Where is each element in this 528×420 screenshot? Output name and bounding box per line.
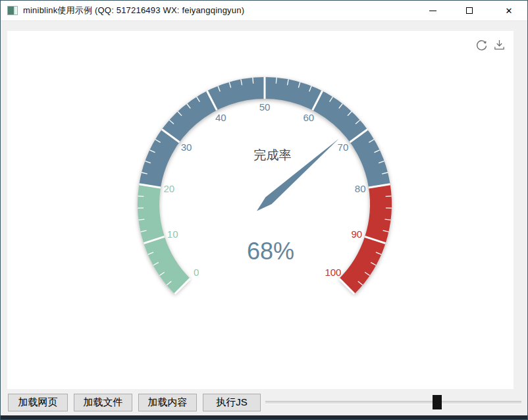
minimize-icon bbox=[429, 11, 436, 11]
gauge-needle bbox=[253, 136, 342, 215]
save-as-image-icon[interactable] bbox=[493, 39, 506, 51]
app-icon bbox=[7, 6, 18, 15]
window-bottom-edge bbox=[1, 415, 527, 419]
gauge-tick-label: 50 bbox=[259, 101, 271, 113]
value-slider[interactable] bbox=[265, 393, 522, 411]
echarts-toolbox bbox=[475, 39, 506, 51]
gauge-tick-label: 80 bbox=[355, 183, 366, 194]
gauge-tick-label: 0 bbox=[194, 267, 199, 278]
load-content-button[interactable]: 加载内容 bbox=[138, 394, 197, 411]
close-button[interactable]: ✕ bbox=[495, 1, 523, 20]
execute-js-button[interactable]: 执行JS bbox=[203, 394, 261, 411]
gauge-detail-value: 68% bbox=[247, 238, 294, 265]
gauge-tick-label: 10 bbox=[167, 228, 178, 240]
load-webpage-button[interactable]: 加载网页 bbox=[8, 394, 68, 411]
load-file-button[interactable]: 加载文件 bbox=[74, 394, 132, 411]
gauge-tick-label: 90 bbox=[351, 228, 362, 240]
slider-handle[interactable] bbox=[433, 395, 442, 409]
maximize-icon bbox=[466, 7, 473, 14]
gauge-tick-label: 100 bbox=[325, 267, 341, 278]
maximize-button[interactable] bbox=[456, 1, 483, 20]
close-icon: ✕ bbox=[506, 7, 513, 15]
gauge-tick-label: 70 bbox=[338, 142, 349, 153]
button-row: 加载网页 加载文件 加载内容 执行JS bbox=[8, 394, 261, 411]
window-title: miniblink使用示例 (QQ: 517216493 WX: feiyang… bbox=[23, 5, 244, 16]
gauge-chart: 0102030405060708090100完成率68% bbox=[7, 31, 514, 388]
restore-icon[interactable] bbox=[475, 39, 488, 51]
gauge-tick-label: 60 bbox=[303, 112, 314, 123]
title-bar[interactable]: miniblink使用示例 (QQ: 517216493 WX: feiyang… bbox=[1, 1, 527, 21]
app-window: miniblink使用示例 (QQ: 517216493 WX: feiyang… bbox=[0, 0, 528, 420]
minimize-button[interactable] bbox=[419, 1, 446, 20]
gauge-tick-label: 20 bbox=[163, 183, 174, 194]
gauge-title: 完成率 bbox=[254, 148, 292, 162]
gauge-tick-label: 40 bbox=[215, 112, 226, 123]
slider-track[interactable] bbox=[265, 401, 521, 404]
chart-panel: 0102030405060708090100完成率68% bbox=[7, 31, 514, 389]
gauge-tick-label: 30 bbox=[181, 142, 192, 153]
